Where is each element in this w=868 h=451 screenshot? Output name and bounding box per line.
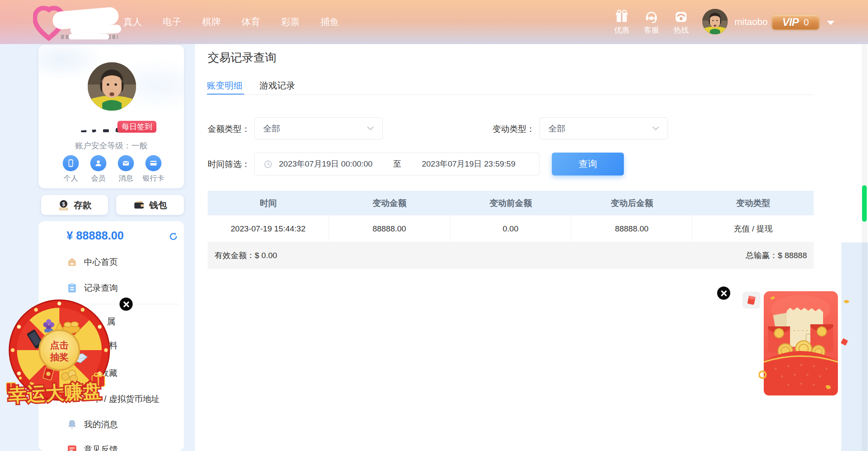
nav-item-sports[interactable]: 体育 <box>242 16 260 28</box>
logo-scribble-2 <box>70 25 122 35</box>
daily-signin-badge[interactable]: 每日签到 <box>117 121 156 133</box>
wallet-icon <box>133 199 145 211</box>
logo-url-scribble <box>69 34 109 39</box>
amount-type-label: 金额类型： <box>208 123 250 135</box>
site-logo[interactable] <box>33 3 131 42</box>
member-icon <box>94 159 103 167</box>
hotline-link[interactable]: 热线 <box>668 9 694 35</box>
header-cell-change-type: 变动类型 <box>693 191 814 215</box>
wheel-close-button[interactable] <box>120 298 133 311</box>
menu-label: 意见反馈 <box>84 444 118 451</box>
nav-item-chess[interactable]: 棋牌 <box>202 16 221 28</box>
avatar-photo-icon <box>88 62 136 111</box>
vip-label: VIP <box>782 16 798 29</box>
feedback-icon <box>67 444 78 451</box>
menu-center-home[interactable]: 中心首页 <box>39 252 184 272</box>
header-cell-change-amount: 变动金额 <box>329 191 450 215</box>
close-icon <box>721 290 727 296</box>
page: 真人 电子 棋牌 体育 彩票 捕鱼 优惠 <box>0 0 868 451</box>
smartphone-icon <box>67 159 75 167</box>
change-type-select[interactable]: 全部 <box>540 117 668 139</box>
main-nav: 真人 电子 棋牌 体育 彩票 捕鱼 <box>123 0 360 44</box>
user-avatar[interactable] <box>702 9 728 34</box>
header-cell-before-amount: 变动前金额 <box>450 191 571 215</box>
cell-change-type: 充值 / 提现 <box>693 215 814 242</box>
time-filter-label: 时间筛选： <box>208 159 250 170</box>
amount-type-select[interactable]: 全部 <box>254 117 383 139</box>
date-range-input[interactable]: 2023年07月19日 00:00:00 至 2023年07月19日 23:59… <box>254 153 540 175</box>
chevron-down-icon <box>367 126 374 131</box>
red-envelope-mini-icon <box>746 295 757 306</box>
nav-item-slots[interactable]: 电子 <box>163 16 181 28</box>
quick-icon-label: 个人 <box>57 173 84 183</box>
date-start-value: 2023年07月19日 00:00:00 <box>279 159 373 170</box>
wheel-center-text-line2: 抽奖 <box>50 352 69 362</box>
wallet-button[interactable]: 钱包 <box>116 195 184 215</box>
tab-account-changes[interactable]: 账变明细 <box>207 80 242 92</box>
deposit-coin-icon: $ <box>58 199 70 211</box>
bank-card-icon <box>149 159 158 167</box>
wallet-label: 钱包 <box>149 199 167 211</box>
topbar-quick-links: 优惠 客服 热线 <box>609 0 694 44</box>
clock-icon <box>264 160 272 168</box>
home-icon <box>67 256 78 267</box>
account-dropdown-caret-icon[interactable] <box>827 21 835 25</box>
lucky-wheel-popup[interactable]: 点击 抽奖 幸运大赚盘 <box>0 292 125 410</box>
table-header-row: 时间 变动金额 变动前金额 变动后金额 变动类型 <box>208 191 814 215</box>
support-label: 客服 <box>644 25 659 35</box>
cell-time: 2023-07-19 15:44:32 <box>208 215 329 242</box>
menu-label: 我的消息 <box>84 419 118 430</box>
scrollbar-thumb[interactable] <box>862 185 867 222</box>
header-cell-after-amount: 变动后金额 <box>571 191 693 215</box>
profile-avatar[interactable] <box>88 62 136 111</box>
username: mitaobo <box>734 0 768 44</box>
svg-text:$: $ <box>62 201 65 207</box>
menu-my-messages[interactable]: 我的消息 <box>39 414 184 434</box>
account-security-level: 账户安全等级：一般 <box>39 140 184 151</box>
close-icon <box>123 301 129 307</box>
quick-icon-label: 银行卡 <box>140 173 167 183</box>
red-envelope-thumbnail[interactable] <box>743 292 760 309</box>
cell-after-amount: 88888.00 <box>571 215 693 242</box>
change-type-value: 全部 <box>548 123 565 134</box>
promos-label: 优惠 <box>614 25 629 35</box>
phone-icon <box>674 9 688 24</box>
change-type-label: 变动类型： <box>492 123 535 135</box>
quick-icon-bank-card[interactable]: 银行卡 <box>140 155 167 183</box>
date-separator: 至 <box>393 159 401 170</box>
nav-item-lottery[interactable]: 彩票 <box>281 16 300 28</box>
avatar-photo-icon <box>702 9 728 34</box>
valid-amount-summary: 有效金额：$ 0.00 <box>214 250 277 261</box>
tab-game-records[interactable]: 游戏记录 <box>259 80 295 92</box>
deposit-button[interactable]: $ 存款 <box>41 195 108 215</box>
chevron-down-icon <box>652 126 659 131</box>
bell-icon <box>67 419 78 430</box>
query-button[interactable]: 查询 <box>552 153 624 175</box>
support-link[interactable]: 客服 <box>638 9 665 35</box>
vip-badge[interactable]: VIP 0 <box>771 14 820 30</box>
nav-item-fishing[interactable]: 捕鱼 <box>320 16 339 28</box>
menu-feedback[interactable]: 意见反馈 <box>39 439 184 451</box>
red-envelope-popup[interactable] <box>759 280 868 407</box>
vip-level: 0 <box>804 17 809 28</box>
balance-amount: ¥ 88888.00 <box>67 229 124 242</box>
menu-label: 中心首页 <box>84 256 118 268</box>
table-summary-row: 有效金额：$ 0.00 总输赢：$ 88888 <box>208 242 814 269</box>
envelope-front-pouch <box>764 351 838 395</box>
promos-link[interactable]: 优惠 <box>609 9 635 35</box>
wheel-center-text-line1: 点击 <box>50 340 69 351</box>
cell-change-amount: 88888.00 <box>329 215 450 242</box>
date-end-value: 2023年07月19日 23:59:59 <box>422 159 515 170</box>
refresh-balance-icon[interactable] <box>169 232 178 241</box>
gift-icon <box>615 9 629 24</box>
red-envelope-close-button[interactable] <box>717 287 730 300</box>
quick-icon-member[interactable]: 会员 <box>85 155 112 183</box>
quick-icon-message[interactable]: 消息 <box>112 155 139 183</box>
quick-icon-label: 会员 <box>85 173 112 183</box>
wheel-banner: 幸运大赚盘 <box>7 380 102 405</box>
topbar: 真人 电子 棋牌 体育 彩票 捕鱼 优惠 <box>0 0 868 44</box>
deposit-label: 存款 <box>74 199 92 211</box>
nav-item-live[interactable]: 真人 <box>123 16 142 28</box>
quick-icon-personal[interactable]: 个人 <box>57 155 84 183</box>
tabs-divider <box>207 95 814 95</box>
